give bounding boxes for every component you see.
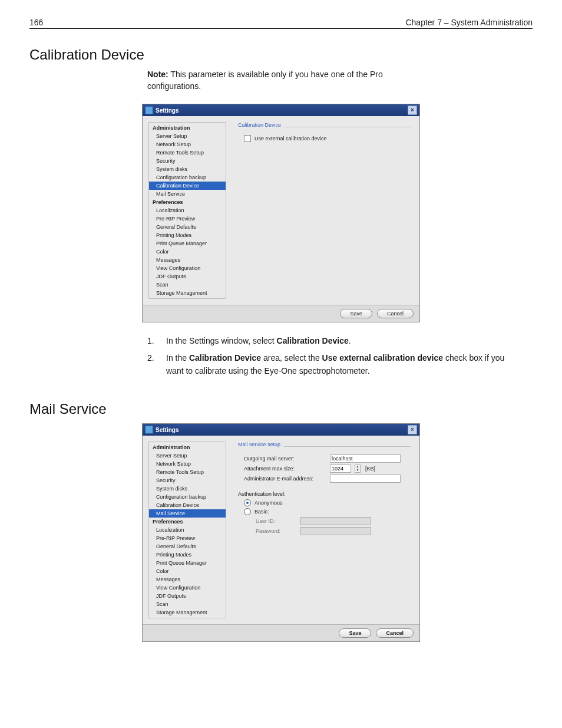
note-block: Note: This parameter is available only i… [147,69,430,92]
spinner-icon[interactable]: ▲▼ [355,465,361,473]
nav-color[interactable]: Color [149,567,226,575]
nav-server-setup[interactable]: Server Setup [149,452,226,460]
window-title: Settings [156,427,178,433]
nav-remote-tools[interactable]: Remote Tools Setup [149,149,226,157]
page-number: 166 [29,18,43,27]
nav-group-admin: Administration [149,124,226,132]
nav-mail-service[interactable]: Mail Service [149,190,226,198]
checkbox-label: Use external calibration device [254,136,327,141]
note-label: Note: [147,70,168,79]
nav-prerip-preview[interactable]: Pre-RIP Preview [149,215,226,223]
checkbox-icon[interactable] [244,135,251,142]
nav-jdf-outputs[interactable]: JDF Outputs [149,272,226,281]
nav-messages[interactable]: Messages [149,575,226,584]
admin-email-input[interactable] [330,475,401,483]
outgoing-server-input[interactable] [330,454,401,463]
group-label-mail: Mail service setup [238,442,411,447]
note-text: This parameter is available only if you … [147,70,383,91]
nav-group-admin: Administration [149,443,226,452]
nav-mail-service[interactable]: Mail Service [149,509,226,518]
userid-label: User ID: [256,518,297,524]
nav-view-config[interactable]: View Configuration [149,264,226,272]
close-icon[interactable]: × [408,106,417,115]
nav-calibration-device[interactable]: Calibration Device [149,501,226,509]
save-button[interactable]: Save [340,309,372,318]
outgoing-server-label: Outgoing mail server: [244,456,326,462]
titlebar: Settings × [143,104,419,116]
auth-level-label: Authentication level: [238,491,411,497]
use-external-calibration-row[interactable]: Use external calibration device [244,135,411,142]
page-header: 166 Chapter 7 – System Administration [29,18,533,29]
nav-storage-mgmt[interactable]: Storage Management [149,608,226,617]
section-title-mail: Mail Service [29,401,533,417]
nav-remote-tools[interactable]: Remote Tools Setup [149,468,226,476]
nav-security[interactable]: Security [149,476,226,485]
step-text: In the Settings window, select Calibrati… [166,334,351,347]
password-input [300,527,371,535]
nav-print-queue[interactable]: Print Queue Manager [149,559,226,567]
attachment-size-unit: [KB] [365,466,375,472]
nav-print-queue[interactable]: Print Queue Manager [149,239,226,248]
radio-anonymous-label: Anonymous [254,500,283,506]
nav-general-defaults[interactable]: General Defaults [149,223,226,231]
content-panel: Mail service setup Outgoing mail server:… [230,436,419,624]
password-label: Password: [256,528,297,534]
radio-basic[interactable] [244,508,251,515]
radio-basic-label: Basic: [254,509,269,515]
close-icon[interactable]: × [408,425,417,434]
nav-network-setup[interactable]: Network Setup [149,460,226,468]
titlebar: Settings × [143,424,419,436]
settings-window-mail: Settings × Administration Server Setup N… [142,423,420,642]
app-icon [145,106,153,114]
chapter-title: Chapter 7 – System Administration [405,18,533,27]
radio-anonymous[interactable] [244,499,251,506]
admin-email-label: Administrator E-mail address: [244,476,326,482]
nav-system-disks[interactable]: System disks [149,485,226,493]
nav-group-prefs: Preferences [149,198,226,206]
dialog-footer: Save Cancel [143,305,419,322]
nav-network-setup[interactable]: Network Setup [149,140,226,149]
nav-storage-mgmt[interactable]: Storage Management [149,289,226,297]
nav-panel: Administration Server Setup Network Setu… [148,442,226,618]
content-panel: Calibration Device Use external calibrat… [230,116,419,305]
nav-localization[interactable]: Localization [149,526,226,534]
section-title-calibration: Calibration Device [29,47,533,63]
step-number: 1. [147,334,158,347]
settings-window-calibration: Settings × Administration Server Setup N… [142,104,420,322]
nav-localization[interactable]: Localization [149,206,226,215]
nav-printing-modes[interactable]: Printing Modes [149,231,226,239]
group-label-calibration: Calibration Device [238,122,411,128]
dialog-footer: Save Cancel [143,624,419,641]
nav-messages[interactable]: Messages [149,256,226,264]
window-title: Settings [156,107,178,114]
attachment-size-label: Attachment max size: [244,466,326,472]
nav-group-prefs: Preferences [149,518,226,526]
userid-input [300,517,371,525]
cancel-button[interactable]: Cancel [377,309,414,318]
nav-calibration-device[interactable]: Calibration Device [149,182,226,190]
nav-config-backup[interactable]: Configuration backup [149,493,226,501]
nav-panel: Administration Server Setup Network Setu… [148,122,226,299]
nav-security[interactable]: Security [149,157,226,165]
nav-general-defaults[interactable]: General Defaults [149,542,226,551]
nav-prerip-preview[interactable]: Pre-RIP Preview [149,534,226,542]
nav-scan[interactable]: Scan [149,600,226,608]
nav-scan[interactable]: Scan [149,281,226,289]
nav-config-backup[interactable]: Configuration backup [149,173,226,182]
step-number: 2. [147,351,158,378]
attachment-size-input[interactable] [330,465,351,473]
nav-printing-modes[interactable]: Printing Modes [149,551,226,559]
nav-system-disks[interactable]: System disks [149,165,226,173]
cancel-button[interactable]: Cancel [376,628,414,638]
nav-color[interactable]: Color [149,248,226,256]
nav-view-config[interactable]: View Configuration [149,584,226,592]
nav-jdf-outputs[interactable]: JDF Outputs [149,592,226,600]
nav-server-setup[interactable]: Server Setup [149,132,226,140]
instructions-calibration: 1. In the Settings window, select Calibr… [147,334,513,377]
app-icon [145,426,153,434]
save-button[interactable]: Save [339,628,371,638]
step-text: In the Calibration Device area, select t… [166,351,513,378]
